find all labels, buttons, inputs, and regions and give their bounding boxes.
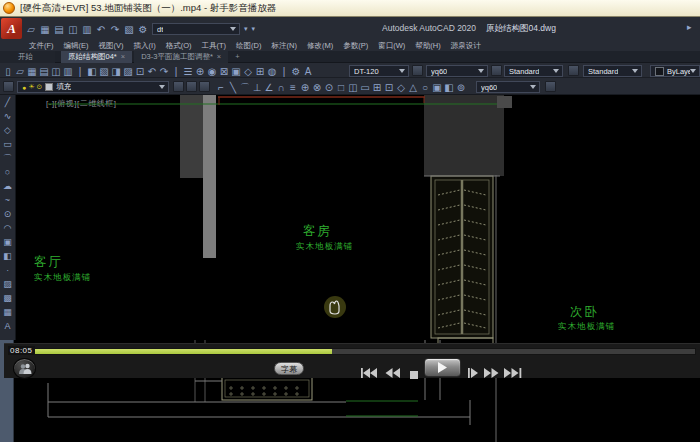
polyline-icon[interactable]: ∿ <box>0 109 16 123</box>
object-color-dropdown[interactable]: ByLayer <box>650 65 700 77</box>
spline-icon[interactable]: ~ <box>0 193 16 207</box>
menu-item[interactable]: 插入(I) <box>129 40 161 51</box>
workspace-dropdown[interactable]: dt <box>152 23 240 35</box>
menu-item[interactable]: 窗口(W) <box>373 40 410 51</box>
layer-state-icon[interactable] <box>173 81 184 92</box>
mleader-style-icon[interactable] <box>568 65 579 76</box>
menu-item[interactable]: 视图(V) <box>94 40 129 51</box>
options-icon[interactable]: ⚙ <box>291 65 301 78</box>
subtitle-button[interactable]: 字幕 <box>274 362 304 375</box>
menu-item[interactable]: 帮助(H) <box>410 40 445 51</box>
menu-item[interactable]: 编辑(E) <box>59 40 94 51</box>
layer-freeze-icon[interactable] <box>186 81 197 92</box>
dim-style-icon[interactable] <box>412 65 423 76</box>
snap-icon[interactable]: ⊚ <box>456 81 466 94</box>
hatch-icon[interactable]: ▨ <box>0 277 16 291</box>
redo-icon[interactable]: ↷ <box>159 65 169 78</box>
snap-icon[interactable]: ◧ <box>444 81 454 94</box>
snap-icon[interactable]: ∩ <box>276 81 286 94</box>
save-as-icon[interactable]: ▤ <box>54 23 64 36</box>
snap-icon[interactable]: ▣ <box>432 81 442 94</box>
snap-icon[interactable]: ⊕ <box>300 81 310 94</box>
snap-icon[interactable]: ⊗ <box>312 81 322 94</box>
text-style-dropdown[interactable]: yq60 <box>426 65 488 77</box>
open-folder-icon[interactable]: ▱ <box>26 23 36 36</box>
open-icon[interactable]: ▱ <box>15 65 25 78</box>
multiline-text-icon[interactable]: A <box>0 319 16 333</box>
table-style-dropdown[interactable]: Standard <box>504 65 563 77</box>
play-button[interactable] <box>424 358 461 377</box>
fast-forward-button[interactable] <box>484 366 499 381</box>
snap-icon[interactable]: ╲ <box>228 81 238 94</box>
stop-button[interactable] <box>410 367 418 382</box>
tab-document-2[interactable]: D3-3平面施工图调整* × <box>134 51 228 63</box>
snap-icon[interactable]: ≡ <box>288 81 298 94</box>
snap-icon[interactable]: △ <box>408 81 418 94</box>
separator[interactable]: | <box>171 65 181 78</box>
insert-block-icon[interactable]: ▣ <box>0 235 16 249</box>
block-editor-icon[interactable]: ⊡ <box>135 65 145 78</box>
new-tab-button[interactable]: + <box>230 51 248 63</box>
menu-item[interactable]: 工具(T) <box>197 40 232 51</box>
rewind-button[interactable] <box>385 366 401 381</box>
seek-bar[interactable] <box>34 348 696 355</box>
menu-item[interactable]: 标注(N) <box>267 40 302 51</box>
video-area[interactable]: A ▱▦▤◫▥↶↷▧⚙ dt ▾ ▾ Autodesk AutoCAD 2020… <box>0 17 700 442</box>
layer-dropdown[interactable]: ●☀⊙ 填充 <box>17 81 169 93</box>
search-icon[interactable]: ▸ <box>687 22 692 32</box>
match-properties-icon[interactable]: ▨ <box>123 65 133 78</box>
edit-text-icon[interactable] <box>545 81 556 92</box>
menu-item[interactable]: 源泉设计 <box>446 40 486 51</box>
separator[interactable]: | <box>279 65 289 78</box>
tab-document-1[interactable]: 原始结构图04* × <box>61 51 132 63</box>
export-icon[interactable]: ◫ <box>68 23 78 36</box>
close-tab-icon[interactable]: × <box>121 51 125 63</box>
snap-icon[interactable]: ◫ <box>348 81 358 94</box>
line-icon[interactable]: ╱ <box>0 95 16 109</box>
preview-icon[interactable]: ◫ <box>51 65 61 78</box>
table-style-icon[interactable] <box>491 65 502 76</box>
text-style-icon[interactable]: A <box>303 65 313 78</box>
snap-icon[interactable]: ⊞ <box>372 81 382 94</box>
layer-lock-icon[interactable] <box>199 81 210 92</box>
lock-icon[interactable]: ⊙ <box>37 83 43 91</box>
copy-icon[interactable]: ▧ <box>99 65 109 78</box>
materials-icon[interactable]: ◍ <box>267 65 277 78</box>
ellipse-arc-icon[interactable]: ◠ <box>0 221 16 235</box>
next-button[interactable] <box>504 366 522 381</box>
separator[interactable]: | <box>75 65 85 78</box>
table-icon[interactable]: ▦ <box>0 305 16 319</box>
named-views-icon[interactable]: ▣ <box>231 65 241 78</box>
text-style-dropdown-2[interactable]: yq60 <box>476 81 540 93</box>
calculator-icon[interactable]: ⊞ <box>255 65 265 78</box>
plot-icon[interactable]: ▤ <box>39 65 49 78</box>
snap-icon[interactable]: ⊥ <box>252 81 262 94</box>
dim-style-dropdown[interactable]: DT-120 <box>349 65 409 77</box>
sun-icon[interactable]: ☀ <box>28 83 34 91</box>
gear-icon[interactable]: ⚙ <box>138 23 148 36</box>
gradient-icon[interactable]: ▩ <box>0 291 16 305</box>
sheet-icon[interactable]: ▧ <box>124 23 134 36</box>
revision-cloud-icon[interactable]: ☁ <box>0 179 16 193</box>
layer-properties-icon[interactable] <box>3 81 14 92</box>
arc-icon[interactable]: ⌒ <box>0 151 16 165</box>
save-icon[interactable]: ▦ <box>40 23 50 36</box>
snap-icon[interactable]: ∠ <box>264 81 274 94</box>
undo-icon[interactable]: ↶ <box>147 65 157 78</box>
sharing-button[interactable] <box>13 358 36 379</box>
polygon-icon[interactable]: ◇ <box>0 123 16 137</box>
previous-button[interactable] <box>360 366 378 381</box>
close-tab-icon[interactable]: × <box>217 51 221 63</box>
undo-icon[interactable]: ↶ <box>96 23 106 36</box>
mleader-style-dropdown[interactable]: Standard <box>583 65 642 77</box>
save-icon[interactable]: ▦ <box>27 65 37 78</box>
ellipse-icon[interactable]: ⊙ <box>0 207 16 221</box>
chevron-down-icon[interactable]: ▾ <box>244 25 248 33</box>
chevron-down-icon[interactable]: ▾ <box>252 25 256 33</box>
plot-icon[interactable]: ▥ <box>82 23 92 36</box>
circle-icon[interactable]: ○ <box>0 165 16 179</box>
menu-item[interactable]: 修改(M) <box>302 40 338 51</box>
zoom-icon[interactable]: ⊕ <box>195 65 205 78</box>
snap-icon[interactable]: ○ <box>420 81 430 94</box>
menu-item[interactable]: 绘图(D) <box>231 40 266 51</box>
